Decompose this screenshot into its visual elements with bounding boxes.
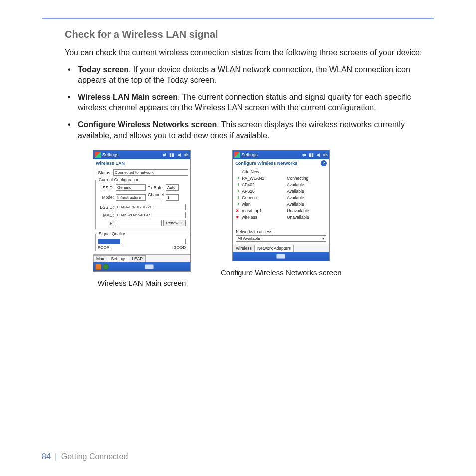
network-row[interactable]: ııl PA_WLAN2 Connecting: [235, 175, 327, 181]
network-status: Available: [287, 189, 327, 194]
tab-network-adapters[interactable]: Network Adapters: [254, 245, 294, 252]
network-row[interactable]: ııl AP402 Available: [235, 181, 327, 188]
tab-main[interactable]: Main: [93, 255, 108, 262]
intro-paragraph: You can check the current wireless conne…: [65, 47, 434, 58]
signal-quality-bar: [98, 239, 186, 244]
tab-wireless[interactable]: Wireless: [233, 245, 255, 252]
window-title: Settings: [102, 152, 119, 157]
bullet-item: Configure Wireless Networks screen. This…: [78, 119, 434, 141]
figure-configure-networks: Settings ⇄ ▮▮ ◀ ok Configure Wireless Ne…: [221, 150, 342, 287]
group-legend: Signal Quality: [98, 231, 126, 236]
network-name: wireless: [242, 215, 287, 220]
device-screenshot: Settings ⇄ ▮▮ ◀ ok Wireless LAN Status: …: [93, 150, 191, 272]
network-status: Unavailable: [287, 208, 327, 213]
network-name: wlan: [242, 202, 287, 207]
tool-icon[interactable]: [103, 264, 109, 270]
connectivity-icon: ⇄: [301, 152, 307, 158]
help-icon[interactable]: ?: [321, 160, 327, 166]
mac-field[interactable]: 00-09-2D-65-01-F9: [116, 212, 186, 218]
tab-settings[interactable]: Settings: [108, 255, 129, 262]
mode-label: Mode:: [98, 195, 116, 200]
figure-wlan-main: Settings ⇄ ▮▮ ◀ ok Wireless LAN Status: …: [93, 150, 191, 287]
add-new-row[interactable]: Add New…: [235, 168, 327, 175]
device-screenshot: Settings ⇄ ▮▮ ◀ ok Configure Wireless Ne…: [232, 150, 330, 261]
page-footer: 84 | Getting Connected: [42, 452, 128, 461]
signal-available-icon: ııl: [235, 189, 240, 194]
networks-to-access-dropdown[interactable]: All Available: [236, 235, 326, 242]
bullet-item: Today screen. If your device detects a W…: [78, 64, 434, 86]
txrate-field[interactable]: Auto: [166, 184, 179, 191]
add-new-label: Add New…: [242, 169, 287, 174]
bssid-field[interactable]: 00-0A-E9-0F-3F-2E: [116, 204, 186, 210]
signal-unavailable-icon: ✖: [235, 208, 240, 213]
status-label: Status:: [95, 170, 113, 175]
bullet-item: Wireless LAN Main screen. The current co…: [78, 92, 434, 113]
signal-available-icon: ııl: [235, 202, 240, 207]
txrate-label: Tx Rate:: [146, 185, 166, 190]
bullet-list: Today screen. If your device detects a W…: [65, 64, 434, 141]
footer-separator: |: [55, 452, 57, 461]
page: Check for a Wireless LAN signal You can …: [0, 0, 476, 476]
mac-label: MAC:: [98, 213, 116, 218]
content-area: Check for a Wireless LAN signal You can …: [65, 29, 434, 287]
bullet-lead: Configure Wireless Networks screen: [78, 120, 217, 129]
page-number: 84: [42, 452, 51, 461]
network-row[interactable]: ııl AP626 Available: [235, 188, 327, 194]
tab-bar: Main Settings LEAP: [93, 254, 190, 262]
bssid-label: BSSID:: [98, 205, 116, 210]
network-row[interactable]: ııl Generic Available: [235, 194, 327, 201]
signal-good-label: GOOD: [174, 245, 186, 250]
bullet-lead: Wireless LAN Main screen: [78, 93, 178, 101]
network-status: Available: [287, 182, 327, 187]
tab-bar: Wireless Network Adapters: [233, 244, 329, 252]
renew-ip-button[interactable]: Renew IP: [163, 220, 186, 226]
subtitle-text: Configure Wireless Networks: [235, 161, 297, 166]
signal-quality-group: Signal Quality POOR GOOD: [95, 231, 188, 251]
ssid-label: SSID:: [98, 185, 116, 190]
status-field[interactable]: Connected to network: [113, 169, 188, 176]
network-row[interactable]: ııl wlan Available: [235, 201, 327, 207]
network-list[interactable]: Add New… ııl PA_WLAN2 Connecting ııl AP4…: [233, 167, 329, 227]
connectivity-icon: ⇄: [162, 152, 168, 158]
signal-icon: ▮▮: [308, 152, 314, 158]
network-row[interactable]: ✖ wireless Unavailable: [235, 214, 327, 220]
tab-leap[interactable]: LEAP: [129, 255, 146, 262]
network-name: Generic: [242, 195, 287, 200]
blank-icon: [235, 169, 240, 174]
network-row[interactable]: ✖ masd_ap1 Unavailable: [235, 207, 327, 214]
group-legend: Current Configuration: [98, 177, 140, 182]
networks-to-access-label: Networks to access:: [236, 229, 326, 234]
figure-caption: Configure Wireless Networks screen: [221, 268, 342, 277]
mode-field[interactable]: Infrastructure: [116, 194, 146, 201]
keyboard-icon[interactable]: [276, 254, 285, 259]
signal-available-icon: ııl: [235, 195, 240, 200]
network-status: Available: [287, 195, 327, 200]
start-flag-icon: [95, 152, 101, 158]
ssid-field[interactable]: Generic: [116, 184, 146, 191]
network-status: Connecting: [287, 176, 327, 181]
network-name: AP626: [242, 189, 287, 194]
volume-icon: ◀: [315, 152, 321, 158]
section-title: Check for a Wireless LAN signal: [65, 29, 434, 40]
screen-subtitle: Configure Wireless Networks ?: [233, 159, 329, 167]
channel-field[interactable]: 1: [166, 194, 179, 201]
signal-poor-label: POOR: [98, 245, 110, 250]
network-status: Available: [287, 202, 327, 207]
network-name: PA_WLAN2: [242, 176, 287, 181]
keyboard-icon[interactable]: [145, 264, 154, 269]
app-icon[interactable]: [95, 264, 101, 270]
network-name: masd_ap1: [242, 208, 287, 213]
ip-label: IP:: [98, 221, 116, 226]
ok-button[interactable]: ok: [183, 152, 189, 157]
ok-button[interactable]: ok: [323, 152, 328, 157]
current-configuration-group: Current Configuration SSID: Generic Tx R…: [95, 177, 188, 229]
figure-caption: Wireless LAN Main screen: [98, 279, 186, 287]
figures-row: Settings ⇄ ▮▮ ◀ ok Wireless LAN Status: …: [93, 150, 434, 287]
volume-icon: ◀: [176, 152, 182, 158]
ip-field[interactable]: [116, 220, 162, 226]
network-status: Unavailable: [287, 215, 327, 220]
window-titlebar: Settings ⇄ ▮▮ ◀ ok: [93, 150, 190, 159]
window-titlebar: Settings ⇄ ▮▮ ◀ ok: [233, 150, 329, 159]
signal-icon: ▮▮: [169, 152, 175, 158]
system-bottom-bar: [93, 262, 190, 271]
